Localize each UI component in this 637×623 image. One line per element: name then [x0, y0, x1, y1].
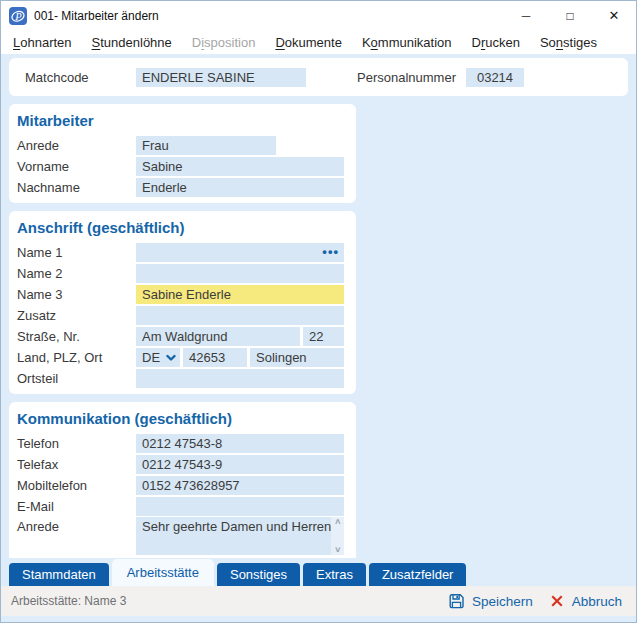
telefon-label: Telefon — [17, 436, 136, 451]
menu-dokumente[interactable]: Dokumente — [265, 33, 351, 52]
vorname-input[interactable]: Sabine — [136, 157, 344, 176]
strasse-label: Straße, Nr. — [17, 329, 136, 344]
vorname-label: Vorname — [17, 159, 136, 174]
plz-input[interactable]: 42653 — [183, 348, 247, 367]
tab-stammdaten[interactable]: Stammdaten — [9, 563, 109, 586]
tab-bar: Stammdaten Arbeitsstätte Sonstiges Extra… — [1, 558, 636, 586]
dialog-window: P 001- Mitarbeiter ändern ─ □ ✕ Lohnarte… — [0, 0, 637, 623]
tab-zusatzfelder[interactable]: Zusatzfelder — [369, 563, 467, 586]
maximize-icon[interactable]: □ — [548, 1, 592, 30]
status-bar: Arbeitsstätte: Name 3 Speichern — [1, 586, 636, 616]
briefanrede-textarea[interactable]: Sehr geehrte Damen und Herren ∧ ∨ — [136, 517, 344, 555]
menu-stundenloehne[interactable]: Stundenlöhne — [82, 33, 182, 52]
zusatz-label: Zusatz — [17, 308, 136, 323]
name2-input[interactable] — [136, 264, 344, 283]
section-title-kommunikation: Kommunikation (geschäftlich) — [17, 410, 344, 427]
dialog-content: Matchcode ENDERLE SABINE Personalnummer … — [1, 54, 636, 558]
section-kommunikation: Kommunikation (geschäftlich) Telefon 021… — [9, 402, 356, 558]
telefon-input[interactable]: 0212 47543-8 — [136, 434, 344, 453]
name1-label: Name 1 — [17, 245, 136, 260]
ortsteil-input[interactable] — [136, 369, 344, 388]
save-button-label: Speichern — [472, 594, 533, 609]
email-input[interactable] — [136, 497, 344, 516]
title-bar: P 001- Mitarbeiter ändern ─ □ ✕ — [1, 1, 636, 30]
menu-lohnarten[interactable]: Lohnarten — [3, 33, 82, 52]
name3-input[interactable]: Sabine Enderle — [136, 285, 344, 304]
ort-input[interactable]: Solingen — [250, 348, 344, 367]
telefax-label: Telefax — [17, 457, 136, 472]
window-bottom-strip — [1, 616, 636, 622]
chevron-down-icon[interactable] — [166, 354, 176, 362]
cancel-button[interactable]: Abbruch — [549, 593, 622, 609]
minimize-icon[interactable]: ─ — [504, 1, 548, 30]
telefax-input[interactable]: 0212 47543-9 — [136, 455, 344, 474]
svg-text:P: P — [14, 10, 22, 21]
name2-label: Name 2 — [17, 266, 136, 281]
cancel-button-label: Abbruch — [572, 594, 622, 609]
menu-bar: Lohnarten Stundenlöhne Disposition Dokum… — [1, 30, 636, 54]
matchcode-label: Matchcode — [25, 70, 136, 85]
name3-label: Name 3 — [17, 287, 136, 302]
nachname-input[interactable]: Enderle — [136, 178, 344, 197]
land-plz-ort-label: Land, PLZ, Ort — [17, 350, 136, 365]
strasse-input[interactable]: Am Waldgrund — [136, 327, 300, 346]
anrede-label: Anrede — [17, 138, 136, 153]
personalnummer-input[interactable]: 03214 — [466, 68, 524, 87]
save-button[interactable]: Speichern — [448, 593, 533, 610]
tab-sonstiges[interactable]: Sonstiges — [217, 563, 300, 586]
window-title: 001- Mitarbeiter ändern — [34, 9, 159, 23]
menu-drucken[interactable]: Drucken — [462, 33, 530, 52]
close-icon[interactable]: ✕ — [592, 1, 636, 30]
app-logo-icon: P — [9, 7, 27, 25]
textarea-scrollbar[interactable]: ∧ ∨ — [331, 517, 344, 555]
matchcode-input[interactable]: ENDERLE SABINE — [136, 68, 306, 87]
tab-arbeitsstaette[interactable]: Arbeitsstätte — [112, 559, 214, 586]
name1-input[interactable]: ••• — [136, 243, 344, 262]
section-anschrift: Anschrift (geschäftlich) Name 1 ••• Name… — [9, 211, 356, 394]
menu-disposition: Disposition — [182, 33, 266, 52]
personalnummer-label: Personalnummer — [357, 70, 458, 85]
zusatz-input[interactable] — [136, 306, 344, 325]
mobiltelefon-label: Mobiltelefon — [17, 478, 136, 493]
nachname-label: Nachname — [17, 180, 136, 195]
lookup-ellipsis-icon[interactable]: ••• — [322, 244, 339, 259]
briefanrede-label: Anrede — [17, 517, 136, 534]
hausnummer-input[interactable]: 22 — [303, 327, 344, 346]
section-mitarbeiter: Mitarbeiter Anrede Frau Vorname Sabine N… — [9, 104, 356, 203]
status-info-text: Arbeitsstätte: Name 3 — [11, 594, 126, 608]
anrede-input[interactable]: Frau — [136, 136, 276, 155]
mobiltelefon-input[interactable]: 0152 473628957 — [136, 476, 344, 495]
menu-sonstiges[interactable]: Sonstiges — [530, 33, 607, 52]
menu-kommunikation[interactable]: Kommunikation — [352, 33, 462, 52]
land-select[interactable]: DE — [136, 348, 180, 367]
section-title-anschrift: Anschrift (geschäftlich) — [17, 219, 344, 236]
window-controls: ─ □ ✕ — [504, 1, 636, 30]
section-title-mitarbeiter: Mitarbeiter — [17, 112, 344, 129]
save-floppy-icon — [448, 593, 465, 610]
email-label: E-Mail — [17, 499, 136, 514]
cancel-x-icon — [549, 593, 565, 609]
scroll-up-icon[interactable]: ∧ — [334, 518, 342, 526]
ortsteil-label: Ortsteil — [17, 371, 136, 386]
scroll-down-icon[interactable]: ∨ — [334, 546, 342, 554]
matchcode-panel: Matchcode ENDERLE SABINE Personalnummer … — [9, 58, 628, 96]
tab-extras[interactable]: Extras — [303, 563, 366, 586]
